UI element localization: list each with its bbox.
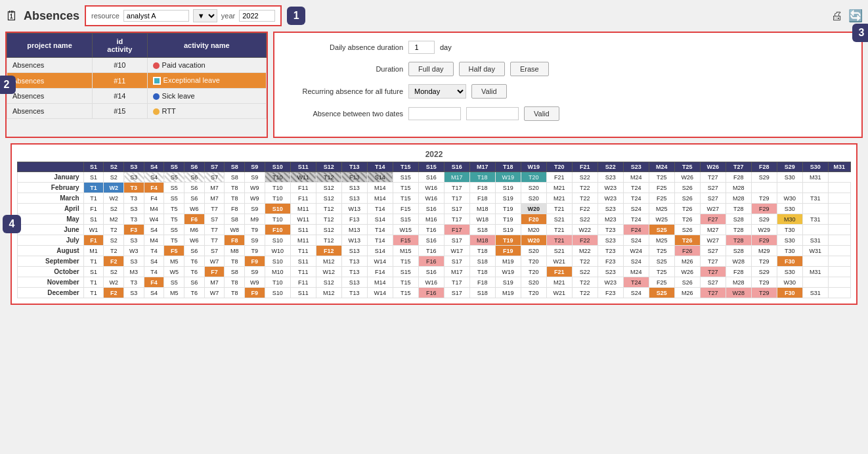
valid-button-1[interactable]: Valid [471,84,507,99]
id-cell: #11 [93,73,148,89]
id-cell: #15 [93,104,148,119]
between-label: Absence between two dates [285,110,403,118]
table-row[interactable]: Absences #14 Sick leave [7,89,267,104]
erase-button[interactable]: Erase [510,62,549,76]
calendar-row-september: September T1F2S3S4M5T6W7T8F9S10S11M12T13… [18,256,851,267]
refresh-icon[interactable]: 🔄 [848,9,863,23]
calendar-row-june: June W1T2F3S4S5M6T7W8T9F10S11S12M13T14W1… [18,225,851,235]
activity-cell: Exceptional leave [147,73,266,89]
project-cell: Absences [7,89,93,104]
resource-select[interactable]: ▼ [193,9,217,22]
resource-label: resource [91,12,119,20]
col-project: project name [7,34,93,58]
settings-section: 3 Daily absence duration day Duration Fu… [273,32,863,138]
valid-button-2[interactable]: Valid [524,106,559,121]
print-icon[interactable]: 🖨 [831,9,843,23]
id-cell: #14 [93,89,148,104]
activity-cell: Paid vacation [147,58,266,73]
calendar-year: 2022 [17,150,851,159]
activity-table: project name idactivity activity name Ab… [7,33,267,119]
activity-cell: Sick leave [147,89,266,104]
daily-label: Daily absence duration [285,43,403,51]
duration-row: Duration Full day Half day Erase [285,62,851,76]
recurring-label: Recurring absence for all future [285,87,403,95]
year-input[interactable] [239,10,275,22]
full-day-button[interactable]: Full day [408,62,454,76]
table-row[interactable]: Absences #11 Exceptional leave [7,73,267,89]
table-row[interactable]: Absences #15 RTT [7,104,267,119]
recurring-day-select[interactable]: MondayTuesdayWednesday ThursdayFriday [408,84,466,99]
month-col-header [18,162,84,172]
calendar-row-april: April F1S2S3M4T5W6T7F8S9S10M11T12W13T14F… [18,204,851,214]
calendar-row-february: February T1 W2 T3 F4 S5 S6 M7 T8 W9 T10 … [18,183,851,193]
resource-input[interactable] [123,10,189,22]
step-badge-4: 4 [3,215,21,233]
recurring-row: Recurring absence for all future MondayT… [285,84,851,99]
calendar-section: 4 2022 S1S2S3S4S5S6S7S8S9S10S11S12T13T14… [11,143,857,305]
step-badge-1: 1 [287,7,305,25]
calendar-row-january: January S1 S2 S3 S4 S5 S6 S7 S8 S9 T10 W… [18,172,851,183]
step-badge-2: 2 [0,76,16,94]
app-title: Absences [24,9,79,23]
calendar-row-august: August M1T2W3T4F5S6S7M8T9W10T11F12S13S14… [18,246,851,256]
id-cell: #10 [93,58,148,73]
calendar-row-may: May S1M2T3W4T5F6S7S8M9T10W11T12F13S14S15… [18,214,851,225]
year-label: year [221,12,235,20]
activity-section: 2 project name idactivity activity name … [5,32,268,138]
app-icon: 🗓 [5,9,18,24]
daily-input[interactable] [408,41,435,54]
daily-unit: day [440,43,452,51]
filter-box: resource ▼ year [85,5,282,26]
between-dates-row: Absence between two dates Valid [285,106,851,121]
table-row[interactable]: Absences #10 Paid vacation [7,58,267,73]
duration-label: Duration [285,65,403,73]
activity-cell: RTT [147,104,266,119]
calendar-row-july: July F1S2S3M4T5W6T7F8S9S10M11T12W13T14F1… [18,235,851,246]
project-cell: Absences [7,104,93,119]
col-id: idactivity [93,34,148,58]
calendar-row-october: October S1S2M3T4W5T6F7S8S9M10T11W12T13F1… [18,267,851,277]
half-day-button[interactable]: Half day [459,62,505,76]
daily-duration-row: Daily absence duration day [285,41,851,54]
calendar-table: S1S2S3S4S5S6S7S8S9S10S11S12T13T14T15S15S… [17,162,851,298]
col-activity: activity name [147,34,266,58]
project-cell: Absences [7,58,93,73]
date-from-input[interactable] [408,107,461,120]
calendar-row-november: November T1W2T3F4S5S6M7T8W9T10F11S12S13M… [18,277,851,288]
calendar-row-march: March T1W2T3F4S5S6M7T8W9T10F11S12S13M14T… [18,193,851,204]
calendar-row-december: December T1F2S3S4M5T6W7T8F9S10S11M12T13W… [18,288,851,298]
step-badge-3: 3 [852,24,868,42]
project-cell: Absences [7,73,93,89]
date-to-input[interactable] [466,107,519,120]
